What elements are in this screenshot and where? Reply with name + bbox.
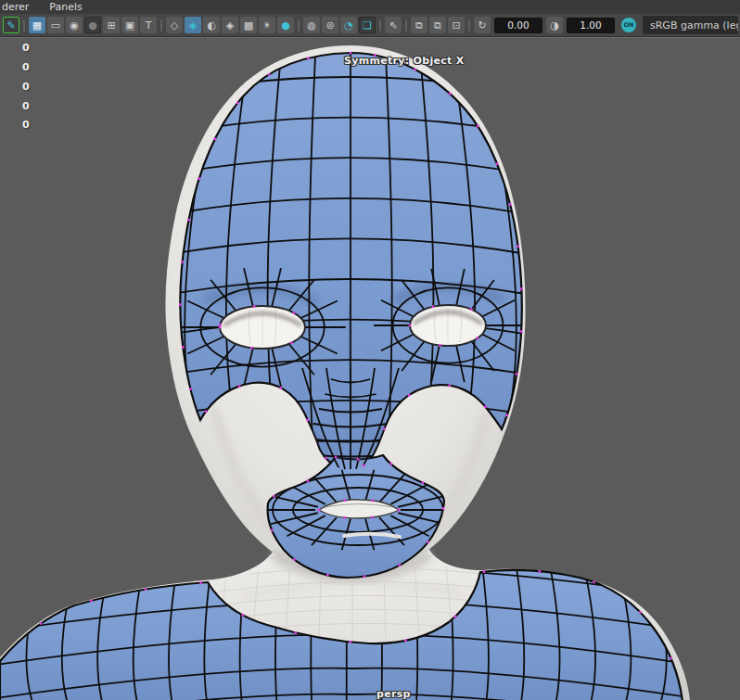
panel-toolbar: ✎▦▭◉●⊞▣T◇◈◐◈▩☀●◍⊚◔❏⇖⧉⧉⊡↻◑ONsRGB gamma (l…	[0, 14, 740, 37]
toolbar-separator	[159, 17, 164, 33]
film-gate-icon[interactable]: ▭	[47, 17, 64, 33]
toolbar-separator	[377, 17, 383, 33]
lighting-icon[interactable]: ☀	[259, 17, 275, 33]
exposure-icon[interactable]: ↻	[474, 17, 491, 33]
shadows-icon[interactable]: ●	[277, 17, 294, 33]
wireframe-mode-icon[interactable]: ◇	[166, 17, 183, 33]
hud-count-value: 0	[22, 119, 30, 131]
hud-count-value: 0	[22, 42, 30, 54]
menu-item-derer[interactable]: derer	[0, 1, 32, 13]
grease-pencil-icon[interactable]: ✎	[3, 17, 19, 33]
antialias-icon[interactable]: ◔	[340, 17, 357, 33]
select-object-icon[interactable]: ⇖	[385, 17, 402, 33]
transparency-icon[interactable]: ❏	[359, 17, 376, 33]
menu-item-panels[interactable]: Panels	[45, 1, 85, 13]
symmetry-status-label: Symmetry: Object X	[344, 55, 465, 67]
toolbar-separator	[21, 17, 27, 33]
textured-mode-icon[interactable]: ◈	[222, 17, 238, 33]
hud-count-value: 0	[22, 81, 30, 93]
model-view	[0, 38, 740, 700]
isolate-select-icon[interactable]: ⧉	[411, 17, 427, 33]
contrast-icon[interactable]: ◑	[546, 17, 563, 33]
material-override-icon[interactable]: ◐	[203, 17, 220, 33]
camera-attributes-icon[interactable]: ⊡	[448, 17, 465, 33]
camera-name-label[interactable]: persp	[376, 688, 411, 700]
exposure-field[interactable]	[494, 18, 542, 33]
image-plane-icon[interactable]: ▣	[121, 17, 138, 33]
camera-lock-icon[interactable]: ⧉	[429, 17, 446, 33]
toolbar-separator	[466, 17, 472, 33]
resolution-gate-icon[interactable]: ◉	[66, 17, 83, 33]
toolbar-separator	[296, 17, 301, 33]
hud-toggle-icon[interactable]: T	[140, 17, 157, 33]
view-transform-label[interactable]: sRGB gamma (legacy)	[643, 16, 738, 34]
panel-menu-bar: dererPanels	[0, 0, 740, 14]
occlusion-icon[interactable]: ◍	[303, 17, 320, 33]
field-chart-icon[interactable]: ⊞	[103, 17, 120, 33]
toolbar-separator	[403, 17, 409, 33]
color-management-toggle[interactable]: ON	[621, 18, 636, 32]
viewport[interactable]: 00000 Symmetry: Object X persp	[0, 37, 740, 700]
xray-mode-icon[interactable]: ▩	[240, 17, 257, 33]
gamma-field[interactable]	[567, 18, 615, 33]
gate-mask-icon[interactable]: ●	[84, 17, 101, 33]
hud-count-value: 0	[22, 61, 30, 73]
shaded-mode-icon[interactable]: ◈	[185, 17, 201, 33]
hud-count-value: 0	[22, 100, 30, 112]
motion-blur-icon[interactable]: ⊚	[322, 17, 338, 33]
grid-icon[interactable]: ▦	[29, 17, 45, 33]
